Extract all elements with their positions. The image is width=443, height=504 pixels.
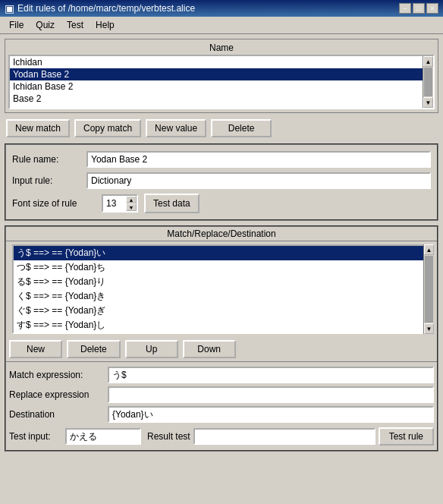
test-data-button[interactable]: Test data <box>144 194 200 213</box>
replace-expression-row: Replace expression <box>9 386 434 403</box>
destination-input[interactable] <box>108 406 434 423</box>
result-input-field[interactable] <box>193 428 375 445</box>
input-rule-select-wrapper: Dictionary Hiragana Katakana Romaji <box>86 172 431 189</box>
font-size-spinner: ▲ ▼ <box>102 194 138 213</box>
match-scroll-thumb <box>425 256 433 323</box>
input-rule-label: Input rule: <box>12 175 80 186</box>
match-item-1[interactable]: つ$ ==> == {Yodan}ち <box>14 260 429 275</box>
test-input-label: Test input: <box>9 431 62 442</box>
destination-label: Destination <box>9 409 108 420</box>
scroll-thumb <box>424 68 432 96</box>
test-rule-button[interactable]: Test rule <box>379 427 434 446</box>
match-list-scrollbar[interactable]: ▲ ▼ <box>423 244 434 334</box>
fields-section: Match expression: Replace expression Des… <box>6 361 437 450</box>
font-size-label: Font size of rule <box>12 198 96 209</box>
match-expression-row: Match expression: <box>9 367 434 383</box>
new-match-button[interactable]: New match <box>6 119 70 137</box>
title-bar: ▣ Edit rules of /home/marc/temp/verbtest… <box>0 0 443 17</box>
rule-panel: Rule name: Input rule: Dictionary Hiraga… <box>5 143 438 221</box>
match-item-2[interactable]: る$ ==> == {Yodan}り <box>14 275 429 289</box>
scroll-down-btn[interactable]: ▼ <box>423 97 433 108</box>
match-section: Match/Replace/Destination う$ ==> == {Yod… <box>5 225 438 452</box>
maximize-button[interactable]: □ <box>413 3 425 14</box>
result-label: Result test <box>147 431 190 442</box>
menu-help[interactable]: Help <box>90 18 121 32</box>
match-expression-label: Match expression: <box>9 370 108 380</box>
match-header: Match/Replace/Destination <box>6 227 437 241</box>
name-item-ichidan[interactable]: Ichidan <box>10 56 433 68</box>
match-up-button[interactable]: Up <box>125 340 178 358</box>
replace-expression-label: Replace expression <box>9 389 108 400</box>
match-scroll-down[interactable]: ▼ <box>424 323 434 334</box>
rule-name-input[interactable] <box>86 151 431 168</box>
scroll-up-btn[interactable]: ▲ <box>423 56 433 67</box>
main-toolbar: New match Copy match New value Delete <box>5 116 438 140</box>
rule-name-label: Rule name: <box>12 154 80 165</box>
font-size-row: Font size of rule ▲ ▼ Test data <box>12 194 431 213</box>
name-item-ichidan-base2[interactable]: Ichidan Base 2 <box>10 80 433 93</box>
name-item-yodan[interactable]: Yodan Base 2 <box>10 68 433 80</box>
destination-row: Destination <box>9 406 434 423</box>
name-item-base2[interactable]: Base 2 <box>10 93 433 105</box>
match-item-6[interactable]: ぬ$ ==> == {Yodan}に <box>14 332 429 334</box>
match-delete-button[interactable]: Delete <box>67 340 121 358</box>
window-title: Edit rules of /home/marc/temp/verbtest.a… <box>17 3 195 14</box>
match-toolbar: New Delete Up Down <box>6 337 437 361</box>
match-scroll-up[interactable]: ▲ <box>424 244 434 255</box>
match-item-3[interactable]: く$ ==> == {Yodan}き <box>14 289 429 304</box>
window-controls: − □ × <box>399 3 438 14</box>
match-item-5[interactable]: す$ ==> == {Yodan}し <box>14 318 429 332</box>
match-item-0[interactable]: う$ ==> == {Yodan}い <box>14 246 429 260</box>
replace-expression-input[interactable] <box>108 386 434 403</box>
rule-name-row: Rule name: <box>12 151 431 168</box>
close-button[interactable]: × <box>426 3 438 14</box>
name-list-scrollbar[interactable]: ▲ ▼ <box>423 56 433 108</box>
spinner-down-btn[interactable]: ▼ <box>126 203 137 211</box>
test-row: Test input: Result test Test rule <box>9 426 434 447</box>
name-list[interactable]: Ichidan Yodan Base 2 Ichidan Base 2 Base… <box>8 55 435 109</box>
menu-quiz[interactable]: Quiz <box>30 18 61 32</box>
match-expression-input[interactable] <box>108 367 434 383</box>
font-size-input[interactable] <box>103 197 126 210</box>
match-down-button[interactable]: Down <box>183 340 236 358</box>
minimize-button[interactable]: − <box>399 3 411 14</box>
input-rule-select[interactable]: Dictionary Hiragana Katakana Romaji <box>86 172 431 189</box>
match-new-button[interactable]: New <box>9 340 62 358</box>
match-item-4[interactable]: ぐ$ ==> == {Yodan}ぎ <box>14 304 429 318</box>
delete-button[interactable]: Delete <box>211 119 272 137</box>
name-section: Name Ichidan Yodan Base 2 Ichidan Base 2… <box>5 39 438 113</box>
input-rule-row: Input rule: Dictionary Hiragana Katakana… <box>12 172 431 189</box>
new-value-button[interactable]: New value <box>146 119 206 137</box>
menu-file[interactable]: File <box>3 18 30 32</box>
spinner-controls: ▲ ▼ <box>126 196 137 211</box>
name-section-label: Name <box>8 43 435 53</box>
menu-bar: File Quiz Test Help <box>0 17 443 34</box>
menu-test[interactable]: Test <box>61 18 90 32</box>
match-list[interactable]: う$ ==> == {Yodan}い つ$ ==> == {Yodan}ち る$… <box>12 244 431 334</box>
copy-match-button[interactable]: Copy match <box>74 119 141 137</box>
spinner-up-btn[interactable]: ▲ <box>126 196 137 203</box>
test-input-field[interactable] <box>65 428 141 445</box>
app-icon: ▣ <box>5 2 14 14</box>
